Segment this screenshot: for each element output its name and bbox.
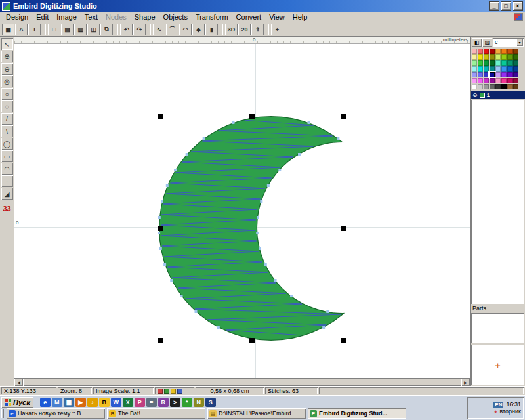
scroll-right-icon[interactable]: ▶ <box>461 379 470 386</box>
stitch-node[interactable] <box>260 200 262 203</box>
maximize-button[interactable]: □ <box>501 1 511 10</box>
selection-handle[interactable] <box>249 114 255 119</box>
pointer-tool[interactable]: ↖ <box>1 38 13 50</box>
stitch-node[interactable] <box>257 216 259 219</box>
stitch-node[interactable] <box>159 247 162 250</box>
stitch-node[interactable] <box>203 137 205 140</box>
center-origin-button[interactable]: + <box>271 24 284 35</box>
task-button[interactable]: eНачать новую тему :: В... <box>7 408 105 419</box>
palette-color[interactable] <box>472 54 477 60</box>
draw-pen-tool[interactable]: / <box>1 113 13 125</box>
stitch-node[interactable] <box>264 263 267 266</box>
chevron-down-icon[interactable]: ▾ <box>516 39 523 46</box>
design-object-crescent[interactable] <box>146 103 428 356</box>
selection-handle[interactable] <box>249 338 255 343</box>
palette-color[interactable] <box>484 54 489 60</box>
design-canvas[interactable]: 0 <box>14 44 470 378</box>
curve-stitch-button[interactable]: ⌒ <box>166 24 178 35</box>
palette-color[interactable] <box>478 72 483 77</box>
minimize-button[interactable]: _ <box>489 1 499 10</box>
palette-color[interactable] <box>507 66 513 72</box>
select-lasso-tool[interactable]: ◌ <box>1 100 13 112</box>
palette-color[interactable] <box>495 60 501 66</box>
palette-color[interactable] <box>513 72 518 77</box>
menu-item-nodes[interactable]: Nodes <box>102 12 131 22</box>
stitch-node[interactable] <box>158 216 161 219</box>
redo-button[interactable]: ↷ <box>133 24 146 35</box>
selection-handle[interactable] <box>341 226 346 231</box>
stitch-node[interactable] <box>326 310 329 313</box>
outline-stitch-button[interactable]: ◠ <box>179 24 192 35</box>
object-list[interactable] <box>471 100 524 304</box>
palette-color[interactable] <box>490 60 495 66</box>
visibility-eye-icon[interactable]: ⊙ <box>472 92 478 98</box>
knife-tool[interactable]: \ <box>1 125 13 137</box>
freehand-stitch-button[interactable]: ∿ <box>153 24 165 35</box>
palette-color[interactable] <box>495 72 501 77</box>
stitch-node[interactable] <box>337 137 339 140</box>
menu-corner-icon[interactable] <box>514 13 523 21</box>
stitch-node[interactable] <box>158 232 160 234</box>
stitch-node[interactable] <box>232 121 234 124</box>
palette-color[interactable] <box>490 78 495 83</box>
palette-color[interactable] <box>501 84 507 89</box>
palette-color[interactable] <box>478 60 483 66</box>
stitch-node[interactable] <box>166 184 169 187</box>
mail-icon[interactable]: M <box>52 398 62 407</box>
selection-handle[interactable] <box>158 226 163 231</box>
calculator-icon[interactable]: = <box>146 398 157 407</box>
menu-item-text[interactable]: Text <box>81 12 102 22</box>
excel-icon[interactable]: X <box>123 398 133 407</box>
stitch-node[interactable] <box>163 263 166 266</box>
scrollbar-thumb[interactable] <box>23 379 461 386</box>
thread-row[interactable]: ⊙ 1 <box>471 91 525 99</box>
menu-item-shape[interactable]: Shape <box>131 12 159 22</box>
parts-list[interactable] <box>471 313 524 343</box>
winamp-icon[interactable]: ♪ <box>87 398 98 407</box>
view-3d-button[interactable]: 3D <box>225 24 238 35</box>
media-player-icon[interactable]: ▶ <box>75 398 86 407</box>
stitch-node[interactable] <box>256 232 259 234</box>
menu-item-view[interactable]: View <box>265 12 289 22</box>
palette-color[interactable] <box>513 78 518 83</box>
scroll-left-icon[interactable]: ◀ <box>14 379 23 386</box>
messenger-icon[interactable]: * <box>182 398 192 407</box>
fill-stitch-button[interactable]: ◆ <box>192 24 205 35</box>
shape-circle-tool[interactable]: ◯ <box>1 138 13 150</box>
stitch-node[interactable] <box>308 121 310 124</box>
stitch-node[interactable] <box>195 310 198 313</box>
paint-icon[interactable]: P <box>135 398 145 407</box>
command-prompt-icon[interactable]: > <box>170 398 180 407</box>
import-design-button[interactable]: ▥ <box>74 24 87 35</box>
selection-handle[interactable] <box>341 114 346 119</box>
thread-catalog-combo[interactable]: c ▾ <box>493 38 524 47</box>
stitch-node[interactable] <box>290 295 293 297</box>
internet-explorer-icon[interactable]: e <box>40 398 51 407</box>
stitch-node[interactable] <box>170 279 173 282</box>
word-icon[interactable]: W <box>111 398 121 407</box>
node-tool-tool[interactable]: ∙ <box>1 175 13 187</box>
menu-item-objects[interactable]: Objects <box>159 12 192 22</box>
palette-color[interactable] <box>513 54 518 60</box>
clock[interactable]: 16:31 <box>506 401 521 408</box>
task-button[interactable]: ▤D:\INSTALL\Разное\Embird <box>207 408 306 419</box>
simulate-button[interactable]: ⇑ <box>251 24 264 35</box>
photoshop-icon[interactable]: S <box>205 398 216 407</box>
close-button[interactable]: × <box>513 1 523 10</box>
palette-color[interactable] <box>484 72 489 77</box>
menu-item-help[interactable]: Help <box>289 12 312 22</box>
start-button[interactable]: Пуск <box>1 397 33 408</box>
save-design-button[interactable]: ◫ <box>87 24 100 35</box>
menu-item-image[interactable]: Image <box>52 12 81 22</box>
palette-color[interactable] <box>513 84 518 89</box>
shape-rect-tool[interactable]: ▭ <box>1 150 13 162</box>
horizontal-scrollbar[interactable]: ◀ ▶ <box>14 378 470 386</box>
palette-color[interactable] <box>507 54 513 60</box>
palette-color[interactable] <box>484 49 489 54</box>
zoom-out-tool[interactable]: ⊖ <box>1 63 13 75</box>
palette-color[interactable] <box>501 72 507 77</box>
stitch-node[interactable] <box>274 279 277 282</box>
lettering-t-button[interactable]: T <box>28 24 41 35</box>
tray-app-icon[interactable]: ♦ <box>494 409 497 415</box>
lettering-a-button[interactable]: A <box>15 24 28 35</box>
